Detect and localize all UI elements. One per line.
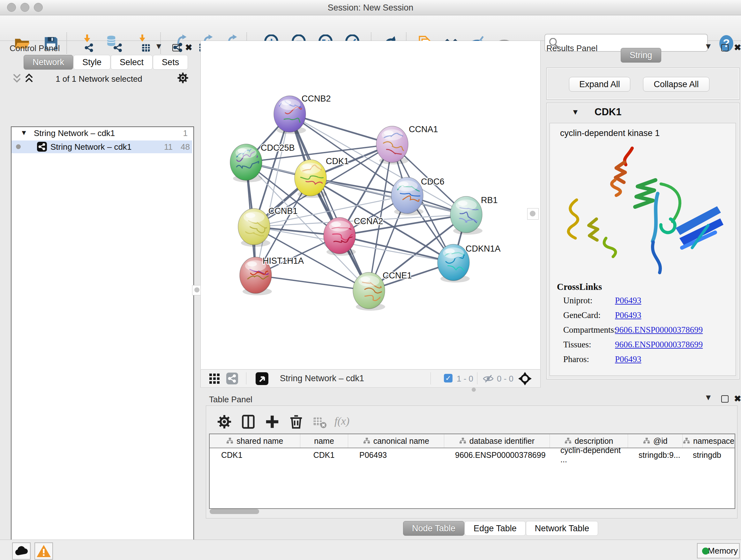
control-panel: Control Panel ▾ ✖ NetworkStyleSelectSets… (3, 41, 195, 534)
network-node-CCNB2[interactable]: CCNB2 (274, 94, 331, 134)
network-node-CDC25B[interactable]: CDC25B (230, 143, 295, 182)
crosslink-label: Tissues: (563, 340, 591, 349)
network-node-CDC6[interactable]: CDC6 (391, 177, 445, 215)
cell-shared-name[interactable]: CDK1 (210, 450, 300, 460)
move-network-icon[interactable] (518, 372, 532, 387)
show-columns-icon[interactable] (241, 415, 256, 429)
column-header[interactable]: @id (628, 434, 683, 448)
control-panel-collapse-icon[interactable]: ▾ (156, 43, 161, 49)
tree-expander-icon[interactable]: ▼ (20, 129, 27, 137)
cell-name[interactable]: CDK1 (300, 450, 348, 460)
hidden-count-eye-icon[interactable] (483, 374, 494, 384)
table-type-tabs: Node TableEdge TableNetwork Table (403, 521, 598, 536)
string-view-icon[interactable] (226, 373, 238, 384)
birdseye-view-icon[interactable] (256, 372, 268, 385)
tab-style[interactable]: Style (73, 55, 111, 70)
node-label-CCNA1: CCNA1 (409, 125, 438, 134)
tab-select[interactable]: Select (111, 55, 152, 70)
expand-all-button[interactable]: Expand All (569, 77, 630, 91)
results-actions-box: Expand All Collapse All (546, 68, 740, 100)
results-panel-title: Results Panel (546, 44, 597, 53)
table-panel-collapse-icon[interactable]: ▾ (706, 394, 711, 400)
network-node-RB1[interactable]: RB1 (450, 195, 498, 235)
column-header[interactable]: database identifier (444, 434, 550, 448)
tab-sets[interactable]: Sets (153, 55, 188, 70)
selected-count-checkbox[interactable]: ✓ (444, 374, 453, 382)
network-edge-CCNB2-HIST1H1A[interactable] (256, 114, 290, 275)
column-header[interactable]: shared name (210, 434, 300, 448)
tab-edge-table[interactable]: Edge Table (465, 521, 526, 536)
collapse-all-button[interactable]: Collapse All (643, 77, 710, 91)
table-horizontal-scrollbar[interactable] (210, 509, 259, 514)
node-label-CCNE1: CCNE1 (383, 271, 412, 280)
column-header[interactable]: namespace (683, 434, 735, 448)
string-app-icon (37, 142, 47, 152)
cell-namespace[interactable]: stringdb (681, 450, 733, 460)
tree-root-label: String Network – cdk1 (34, 128, 115, 138)
add-column-icon[interactable] (265, 415, 280, 429)
network-panel-gear-icon[interactable] (177, 72, 189, 85)
bottom-splitter-handle[interactable] (472, 388, 476, 392)
cell-database-identifier[interactable]: 9606.ENSP00000378699 (444, 450, 549, 460)
network-edge-CCNA2-CDKN1A[interactable] (340, 236, 454, 262)
node-label-RB1: RB1 (481, 195, 498, 205)
crosslink-uniprot-link[interactable]: P06493 (615, 296, 642, 306)
cloud-status-icon[interactable] (12, 543, 30, 560)
network-node-CCNB1[interactable]: CCNB1 (238, 206, 298, 247)
network-tree: ▼ String Network – cdk1 1 String Network… (11, 126, 194, 560)
delete-column-icon[interactable] (289, 415, 304, 429)
title-bar: Session: New Session (0, 0, 741, 15)
table-panel-close-icon[interactable]: ✖ (734, 395, 741, 402)
network-canvas[interactable]: CCNB2CCNA1CDC25BCDK1CDC6RB1CCNB1CCNA2CDK… (200, 41, 541, 369)
node-label-CDKN1A: CDKN1A (466, 244, 501, 253)
status-bar: Memory (0, 540, 741, 560)
network-node-CCNE1[interactable]: CCNE1 (353, 271, 412, 311)
crosslink-tissues-link[interactable]: 9606.ENSP00000378699 (615, 340, 703, 350)
crosslink-compartments-link[interactable]: 9606.ENSP00000378699 (615, 325, 703, 335)
protein-structure-image (558, 142, 727, 280)
control-panel-close-icon[interactable]: ✖ (185, 44, 192, 51)
window-title: Session: New Session (0, 3, 741, 13)
right-splitter-handle[interactable] (527, 208, 539, 220)
cell-description[interactable]: cyclin-dependent ... (549, 446, 627, 464)
table-row[interactable]: CDK1 CDK1 P06493 9606.ENSP00000378699 cy… (210, 448, 735, 462)
tab-string-results[interactable]: String (621, 48, 661, 63)
crosslink-genecard-link[interactable]: P06493 (615, 310, 642, 320)
tab-network-table[interactable]: Network Table (526, 521, 598, 536)
results-panel-float-icon[interactable] (721, 44, 729, 51)
tab-network[interactable]: Network (23, 55, 73, 70)
netbar-separator (430, 372, 431, 384)
network-node-CDKN1A[interactable]: CDKN1A (437, 244, 501, 283)
crosslinks-list: Uniprot:P06493 GeneCard:P06493 Compartme… (563, 296, 729, 369)
grid-view-icon[interactable] (209, 373, 220, 385)
network-status-dot-icon (16, 144, 21, 149)
column-header[interactable]: canonical name (348, 434, 444, 448)
table-panel-float-icon[interactable] (721, 395, 729, 402)
memory-label: Memory (708, 546, 738, 556)
network-edge-HIST1H1A-CCNE1[interactable] (256, 275, 369, 291)
network-node-CDK1[interactable]: CDK1 (294, 157, 349, 198)
network-node-HIST1H1A[interactable]: HIST1H1A (240, 256, 304, 295)
tree-root-count: 1 (183, 128, 188, 138)
node-table-header: shared name name canonical name database… (210, 434, 735, 448)
results-panel-collapse-icon[interactable]: ▾ (706, 43, 711, 49)
hidden-count: 0 - 0 (497, 374, 514, 384)
memory-button[interactable]: Memory (697, 543, 740, 558)
protein-collapse-icon[interactable]: ▼ (571, 108, 579, 117)
table-settings-gear-icon[interactable] (217, 415, 232, 429)
network-tree-root-row[interactable]: ▼ String Network – cdk1 1 (11, 127, 192, 140)
column-header[interactable]: name (300, 434, 348, 448)
tab-node-table[interactable]: Node Table (403, 521, 464, 536)
tree-network-label: String Network – cdk1 (51, 142, 131, 152)
crosslink-pharos-link[interactable]: P06493 (615, 354, 642, 364)
network-tree-selected-row[interactable]: String Network – cdk1 11 48 (11, 140, 192, 153)
cell-canonical-name[interactable]: P06493 (348, 450, 444, 460)
cell-id[interactable]: stringdb:9... (627, 450, 681, 460)
warnings-icon[interactable] (35, 543, 53, 560)
network-graph[interactable]: CCNB2CCNA1CDC25BCDK1CDC6RB1CCNB1CCNA2CDK… (201, 41, 540, 369)
results-panel-close-icon[interactable]: ✖ (734, 44, 741, 51)
network-node-CCNA2[interactable]: CCNA2 (324, 216, 383, 256)
crosslink-label: Pharos: (563, 354, 589, 364)
control-panel-float-icon[interactable] (172, 44, 180, 51)
protein-name: CDK1 (595, 106, 621, 118)
